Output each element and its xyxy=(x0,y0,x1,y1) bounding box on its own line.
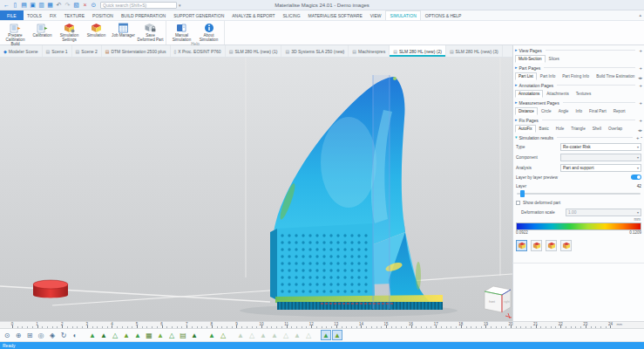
scene-tab-modeler-scene[interactable]: ◆Modeler Scene xyxy=(0,45,43,57)
ribbon-collapse-icon[interactable]: ▴ xyxy=(639,12,641,17)
ribbon-tab-slicing[interactable]: SLICING xyxy=(279,10,304,20)
label-part-icon[interactable]: ▤ xyxy=(178,330,188,340)
section-expand-icon[interactable]: ▸ xyxy=(515,100,518,105)
simulation-results-header[interactable]: ▾Simulation results+▪ xyxy=(515,133,642,141)
fix-normals-icon[interactable]: △ xyxy=(247,330,257,340)
sim-view-support-button[interactable] xyxy=(546,240,557,251)
mirror-part-icon[interactable]: ▲ xyxy=(132,330,143,340)
simulation-view-icon[interactable]: ▲ xyxy=(321,330,331,340)
simulation-section-icon[interactable]: ▲ xyxy=(332,330,342,340)
scene-tab-dtm-sinterstation-2500-plus[interactable]: ▤DTM Sinterstation 2500 plus xyxy=(102,45,171,57)
panel-tab-distance[interactable]: Distance xyxy=(515,107,538,115)
ribbon-tab-support-generation[interactable]: SUPPORT GENERATION xyxy=(170,10,228,20)
panel-section-header-fix-pages[interactable]: ▸Fix Pages+ xyxy=(515,116,642,124)
sim-view-platform-button[interactable] xyxy=(516,240,527,251)
panel-section-header-view-pages[interactable]: ▸View Pages+ xyxy=(515,46,642,54)
zoom-icon[interactable]: ⊙ xyxy=(2,330,12,340)
section-collapse-icon[interactable]: ▾ xyxy=(515,135,518,140)
analysis-select[interactable]: Part and support▾ xyxy=(560,164,641,172)
ribbon-button-simulation-settings[interactable]: Simulation Settings xyxy=(56,22,83,46)
zoom-in-icon[interactable]: ⊕ xyxy=(13,330,24,340)
ribbon-button-about-simulation[interactable]: About Simulation xyxy=(195,22,222,42)
cut-parts-icon[interactable]: △ xyxy=(166,330,177,340)
scene-tab-x-proc-eosint-p760[interactable]: ▯X Proc. EOSINT P760 xyxy=(171,45,226,57)
sim-view-part-button[interactable] xyxy=(531,240,542,251)
ribbon-tab-analyze-report[interactable]: ANALYZE & REPORT xyxy=(228,10,279,20)
fix-wizard-icon[interactable]: ▲ xyxy=(235,330,246,340)
rotate-view-icon[interactable]: ↻ xyxy=(58,330,69,340)
panel-tab-circle[interactable]: Circle xyxy=(538,107,555,115)
tab-scroll-icons[interactable]: ◂▸ xyxy=(638,127,642,133)
zoom-window-icon[interactable]: ⊞ xyxy=(24,330,35,340)
panel-tab-overlap[interactable]: Overlap xyxy=(605,125,626,133)
rotate-part-icon[interactable]: △ xyxy=(110,330,120,340)
component-select[interactable]: ▾ xyxy=(560,154,641,161)
scene-tab-machinespres[interactable]: ▤Machinespres xyxy=(349,45,390,57)
select-part-icon[interactable]: ▲ xyxy=(87,330,98,340)
panel-tab-part-list[interactable]: Part List xyxy=(515,72,537,80)
panel-tab-multi-section[interactable]: Multi-Section xyxy=(515,55,546,63)
panel-section-header-measurement-pages[interactable]: ▸Measurement Pages+ xyxy=(515,99,642,106)
section-expand-icon[interactable]: ▸ xyxy=(515,118,518,122)
fix-shells-icon[interactable]: ▲ xyxy=(292,330,302,340)
ribbon-tab-tools[interactable]: TOOLS xyxy=(24,10,46,20)
ribbon-button-save-deformed-part[interactable]: Save Deformed Part xyxy=(137,22,164,46)
panel-tab-triangle[interactable]: Triangle xyxy=(567,125,588,133)
measure-angle-icon[interactable]: △ xyxy=(218,330,228,340)
panel-tab-report[interactable]: Report xyxy=(610,107,629,115)
translate-part-icon[interactable]: ▲ xyxy=(98,330,109,340)
section-add-icon[interactable]: + xyxy=(636,135,640,140)
slider-handle[interactable] xyxy=(520,190,525,197)
ribbon-button-job-manager[interactable]: Job Manager xyxy=(110,22,137,46)
zoom-fit-icon[interactable]: ◎ xyxy=(36,330,46,340)
quick-search-input[interactable]: Quick search (Shift+S) xyxy=(100,2,177,9)
section-expand-icon[interactable]: ▸ xyxy=(515,65,518,70)
scene-tab-scene-2[interactable]: ▤Scene 2 xyxy=(72,45,102,57)
deformation-scale-select[interactable]: 1.00▾ xyxy=(566,209,641,216)
panel-tab-autofix[interactable]: AutoFix xyxy=(515,125,536,133)
scene-tab-slm-280-hl-new-3[interactable]: ▤SLM 280 HL (new) (3) xyxy=(446,45,503,57)
type-select[interactable]: Re-coater Risk▾ xyxy=(560,143,641,151)
simulated-part-chair[interactable] xyxy=(270,77,443,310)
panel-tab-shell[interactable]: Shell xyxy=(589,125,605,133)
hollow-part-icon[interactable]: ▲ xyxy=(189,330,200,340)
panel-tab-basic[interactable]: Basic xyxy=(536,125,552,133)
ribbon-tab-materialise-software[interactable]: MATERIALISE SOFTWARE xyxy=(304,10,366,20)
calibration-cylinder[interactable] xyxy=(33,280,68,298)
section-expand-icon[interactable]: ▸ xyxy=(515,83,518,87)
scene-tab-scene-1[interactable]: ▤Scene 1 xyxy=(43,45,72,57)
panel-section-header-part-pages[interactable]: ▸Part Pages+ xyxy=(515,64,642,72)
section-add-icon[interactable]: + xyxy=(639,118,642,123)
new-document-icon[interactable]: ▯ xyxy=(11,1,19,10)
ribbon-button-calibration[interactable]: Calibration xyxy=(29,22,56,46)
ribbon-tab-simulation[interactable]: SIMULATION xyxy=(385,10,421,20)
panel-tab-info[interactable]: Info xyxy=(572,107,586,115)
measure-distance-icon[interactable]: ▲ xyxy=(207,330,217,340)
layer-preview-toggle[interactable] xyxy=(631,174,641,180)
back-icon[interactable]: ← xyxy=(3,1,10,10)
panel-tab-part-fixing-info[interactable]: Part Fixing Info xyxy=(559,72,593,80)
panel-tab-attachments[interactable]: Attachments xyxy=(543,90,573,98)
section-add-icon[interactable]: + xyxy=(639,100,642,106)
panel-tab-final-part[interactable]: Final Part xyxy=(586,107,610,115)
open-folder-icon[interactable]: ▤ xyxy=(20,1,28,10)
tab-scroll-icons[interactable]: ◂▸ xyxy=(638,75,642,80)
merge-parts-icon[interactable]: ▲ xyxy=(155,330,166,340)
section-expand-icon[interactable]: ▸ xyxy=(515,48,518,52)
ribbon-button-prepare-calibration-build[interactable]: Prepare Calibration Build xyxy=(2,22,29,46)
section-add-icon[interactable]: + xyxy=(639,83,642,88)
ribbon-tab-build-preparation[interactable]: BUILD PREPARATION xyxy=(117,10,169,20)
panel-section-header-annotation-pages[interactable]: ▸Annotation Pages+ xyxy=(515,81,642,89)
save-icon[interactable]: ▣ xyxy=(29,1,37,10)
panel-tab-textures[interactable]: Textures xyxy=(573,90,594,98)
ribbon-tab-options-help[interactable]: OPTIONS & HELP xyxy=(421,10,465,20)
section-pin-icon[interactable]: ▪ xyxy=(641,135,642,140)
ribbon-button-simulation[interactable]: Simulation xyxy=(83,22,110,46)
export-part-icon[interactable]: ▦ xyxy=(46,1,54,10)
ribbon-tab-texture[interactable]: TEXTURE xyxy=(60,10,88,20)
redo-icon[interactable]: ↷ xyxy=(64,1,71,10)
undo-icon[interactable]: ↶ xyxy=(55,1,63,10)
view-cube[interactable]: front right xyxy=(485,286,512,318)
duplicate-part-icon[interactable]: ▦ xyxy=(144,330,154,340)
sim-view-combined-button[interactable] xyxy=(560,240,572,251)
